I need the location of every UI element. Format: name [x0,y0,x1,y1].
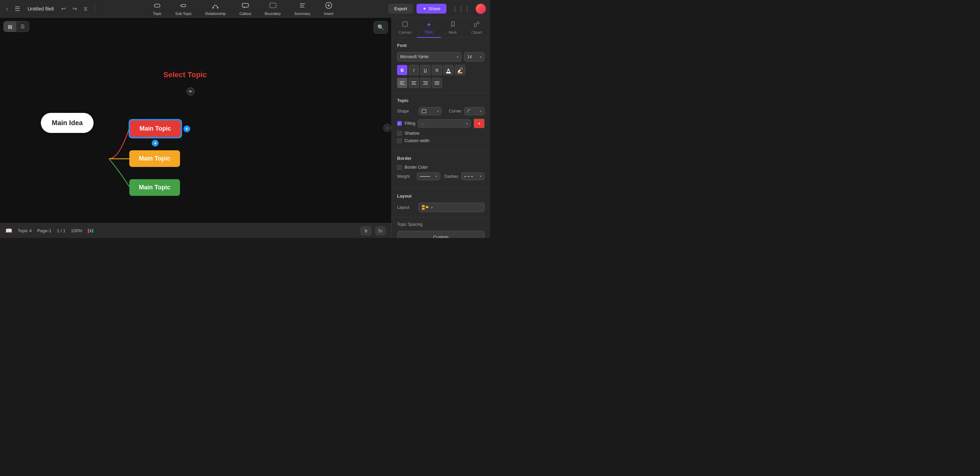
font-family-select[interactable]: Microsoft YaHei ▾ [397,52,461,62]
status-bar: 📖 Topic 4 Page-1 1 / 1 100% 🖱 fn [0,223,391,238]
add-topic-bottom-btn[interactable]: + [152,140,159,146]
tab-style[interactable]: ✦ Style [417,18,441,38]
align-justify-button[interactable] [432,78,442,88]
svg-rect-6 [242,3,248,7]
undo-button[interactable]: ↩ [59,3,68,14]
weight-chevron: ▾ [436,175,437,178]
canvas-tab-label: Canvas [398,30,411,34]
toolbar-insert[interactable]: Insert [321,0,336,17]
apps-button[interactable]: ⋮⋮⋮ [450,3,472,14]
font-section: Font Microsoft YaHei ▾ 14 ▾ B I U S A [392,38,490,93]
highlight-color-button[interactable]: 🖌 [455,65,465,75]
font-color-button[interactable]: A [443,65,453,75]
corner-label: Corner [444,109,461,114]
search-button[interactable]: 🔍 [374,21,388,34]
layout-row: Layout ▾ [397,203,485,212]
svg-rect-29 [426,206,428,208]
boundary-icon [269,2,277,11]
top-bar: ‹ ☰ Untitled file8 ↩ ↪ ⧖ Topic Sub Topic… [0,0,490,18]
align-center-button[interactable] [409,78,419,88]
add-topic-right-btn[interactable]: + [183,125,190,132]
summary-label: Summary [294,11,310,16]
toolbar-boundary[interactable]: Boundary [262,0,283,17]
boundary-label: Boundary [265,11,281,16]
toolbar-topic[interactable]: Topic [150,0,164,17]
custom-button[interactable]: Custom [397,231,485,238]
topic-section: Topic Shape ▾ Corner ▾ ✓ Filling — [392,93,490,151]
svg-rect-0 [154,4,160,7]
toolbar-center: Topic Sub Topic Relationship Callout Bou… [101,0,385,17]
border-color-checkbox[interactable] [397,165,402,170]
topic-node-1[interactable]: Main Topic + + [129,120,181,138]
layout-section: Layout Layout ▾ [392,189,490,217]
fn-btn[interactable]: fn [375,226,386,236]
topic-node-2[interactable]: Main Topic [129,150,180,167]
font-size-select[interactable]: 14 ▾ [464,52,485,62]
relationship-icon [212,2,219,11]
card-view-btn[interactable]: ▤ [4,21,16,32]
custom-width-checkbox[interactable] [397,138,402,143]
affine-logo [88,228,93,233]
file-title: Untitled file8 [27,6,54,11]
main-idea-node[interactable]: Main Idea [41,113,94,133]
filling-type-select[interactable]: — ▾ [418,119,471,127]
layout-select[interactable]: ▾ [418,203,485,212]
strikethrough-button[interactable]: S [432,65,442,75]
custom-width-label: Custom width [404,138,430,143]
dashes-select[interactable]: ▾ [461,172,485,180]
subtopic-icon [180,2,187,11]
font-family-value: Microsoft YaHei [400,54,429,59]
collapse-panel-button[interactable]: › [383,124,391,132]
list-view-btn[interactable]: ☰ [16,21,29,32]
bold-button[interactable]: B [397,65,407,75]
tab-canvas[interactable]: Canvas [393,18,417,38]
svg-point-13 [477,22,479,24]
shadow-checkbox[interactable] [397,131,402,136]
svg-rect-26 [422,109,426,113]
filling-label: Filling [404,121,415,126]
italic-button[interactable]: I [409,65,419,75]
filling-color-swatch[interactable]: ▾ [474,119,485,128]
border-section: Border Border Color Weight ▾ Dashes ▾ [392,151,490,189]
align-right-button[interactable] [420,78,430,88]
menu-button[interactable]: ☰ [13,3,22,14]
topic1-text: Main Topic [140,125,171,132]
status-right: 🖱 fn [360,226,386,236]
shape-select[interactable]: ▾ [418,107,442,115]
dashes-chevron: ▾ [480,175,482,178]
topic-spacing-label: Topic Spacing [397,222,431,227]
mouse-btn[interactable]: 🖱 [360,226,372,236]
underline-button[interactable]: U [420,65,430,75]
align-left-button[interactable] [397,78,407,88]
filling-checkbox[interactable]: ✓ [397,121,402,126]
canvas-area[interactable]: ▤ ☰ 🔍 › Select Topic Main Idea ✏ Main To… [0,18,391,238]
history-button[interactable]: ⧖ [82,4,89,14]
toolbar-summary[interactable]: Summary [292,0,313,17]
canvas-tab-icon [402,21,408,29]
subtopic-label: Sub Topic [175,11,192,16]
export-button[interactable]: Export [388,4,414,14]
weight-label: Weight [397,174,414,179]
tab-mark[interactable]: Mark [441,18,465,38]
share-button[interactable]: ✦ Share [417,4,447,14]
redo-button[interactable]: ↪ [70,3,79,14]
edit-icon[interactable]: ✏ [186,87,195,95]
avatar[interactable] [476,4,486,14]
weight-select[interactable]: ▾ [417,172,440,180]
font-row: Microsoft YaHei ▾ 14 ▾ [397,52,485,62]
weight-dashes-row: Weight ▾ Dashes ▾ [397,172,485,180]
font-family-chevron: ▾ [457,55,458,59]
toolbar-subtopic[interactable]: Sub Topic [172,0,194,17]
shadow-row: Shadow [397,131,485,136]
toolbar-callout[interactable]: Callout [237,0,254,17]
toolbar-relationship[interactable]: Relationship [202,0,229,17]
corner-select[interactable]: ▾ [464,107,485,115]
topic-node-3[interactable]: Main Topic [129,179,180,196]
shadow-label: Shadow [404,131,419,136]
tab-clipart[interactable]: Clipart [465,18,488,38]
back-button[interactable]: ‹ [4,4,10,14]
svg-rect-27 [422,205,425,207]
select-topic-label: Select Topic [163,70,207,79]
callout-icon [242,2,249,11]
shape-label: Shape [397,109,416,114]
